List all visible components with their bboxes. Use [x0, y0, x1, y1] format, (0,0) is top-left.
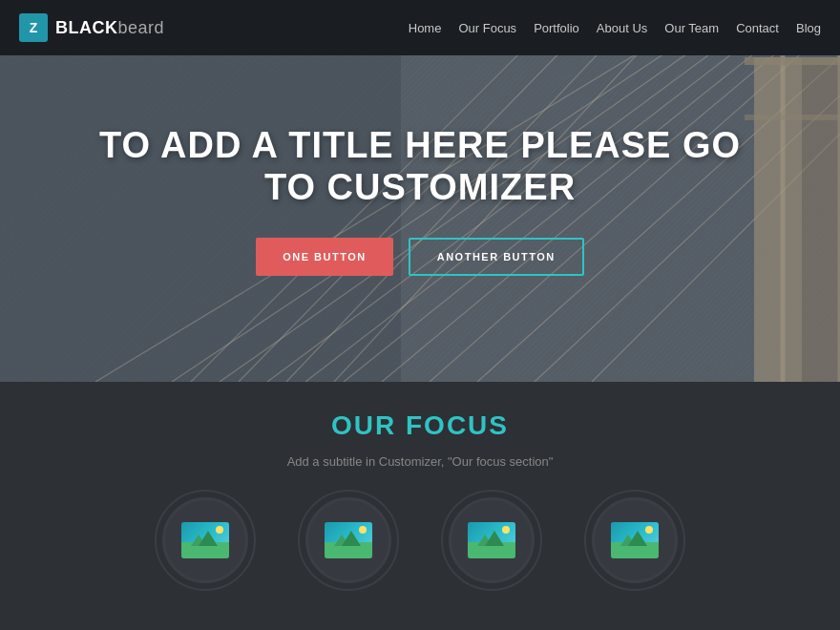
focus-icon-3 — [449, 497, 535, 583]
nav-portfolio[interactable]: Portfolio — [534, 21, 579, 35]
hero-content: TO ADD A TITLE HERE PLEASE GO TO CUSTOMI… — [86, 125, 754, 275]
hero-title: TO ADD A TITLE HERE PLEASE GO TO CUSTOMI… — [86, 125, 754, 208]
another-button[interactable]: ANOTHER BUTTON — [409, 238, 584, 276]
one-button[interactable]: ONE BUTTON — [256, 238, 393, 276]
svg-rect-18 — [754, 57, 802, 382]
image-icon-2 — [325, 522, 372, 558]
nav-contact[interactable]: Contact — [736, 21, 779, 35]
focus-icon-circle-3 — [449, 497, 535, 583]
focus-icon-circle-1 — [162, 497, 248, 583]
image-icon-1 — [181, 522, 229, 558]
svg-rect-20 — [745, 57, 840, 65]
nav-blog[interactable]: Blog — [796, 21, 821, 35]
image-icon-3 — [468, 522, 515, 558]
svg-rect-21 — [745, 115, 840, 120]
nav-home[interactable]: Home — [409, 21, 442, 35]
focus-subtitle: Add a subtitle in Customizer, "Our focus… — [287, 454, 554, 469]
focus-icons — [162, 497, 678, 583]
focus-icon-4 — [592, 497, 678, 583]
focus-icon-circle-4 — [592, 497, 678, 583]
hero-section: TO ADD A TITLE HERE PLEASE GO TO CUSTOMI… — [0, 0, 840, 382]
svg-rect-19 — [802, 57, 840, 382]
nav-our-focus[interactable]: Our Focus — [458, 21, 516, 35]
logo[interactable]: Z BLACKbeard — [19, 13, 164, 42]
navbar: Z BLACKbeard Home Our Focus Portfolio Ab… — [0, 0, 840, 55]
nav-our-team[interactable]: Our Team — [664, 21, 719, 35]
focus-icon-2 — [305, 497, 391, 583]
focus-icon-circle-2 — [305, 497, 391, 583]
focus-icon-1 — [162, 497, 248, 583]
logo-icon: Z — [19, 13, 48, 42]
focus-title: OUR FOCUS — [331, 410, 509, 441]
image-icon-4 — [611, 522, 659, 558]
logo-text: BLACKbeard — [55, 18, 164, 38]
hero-buttons: ONE BUTTON ANOTHER BUTTON — [86, 238, 754, 276]
nav-links: Home Our Focus Portfolio About Us Our Te… — [409, 19, 821, 36]
nav-about-us[interactable]: About Us — [597, 21, 647, 35]
focus-section: OUR FOCUS Add a subtitle in Customizer, … — [0, 382, 840, 630]
